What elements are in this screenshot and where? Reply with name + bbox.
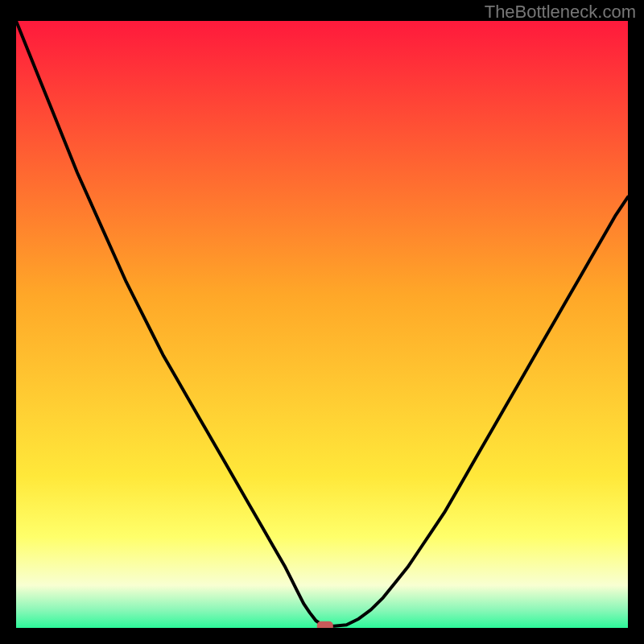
chart-svg <box>16 21 628 628</box>
bottleneck-chart <box>16 21 628 628</box>
chart-frame: TheBottleneck.com <box>0 0 644 644</box>
chart-background <box>16 21 628 628</box>
optimal-marker <box>317 621 333 628</box>
watermark-text: TheBottleneck.com <box>485 2 636 23</box>
